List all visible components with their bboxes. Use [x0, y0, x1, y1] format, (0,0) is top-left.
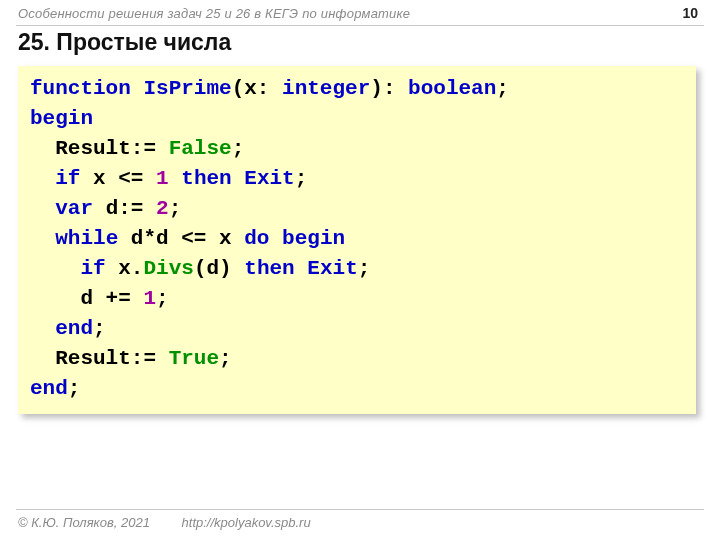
- code-token: if: [80, 257, 105, 280]
- code-token: ;: [219, 347, 232, 370]
- code-token: Exit: [307, 257, 357, 280]
- code-token: 2: [156, 197, 169, 220]
- header-text: Особенности решения задач 25 и 26 в КЕГЭ…: [18, 6, 410, 21]
- code-token: d:=: [93, 197, 156, 220]
- slide: Особенности решения задач 25 и 26 в КЕГЭ…: [0, 0, 720, 540]
- code-token: ;: [496, 77, 509, 100]
- code-token: ;: [295, 167, 308, 190]
- code-token: integer: [282, 77, 370, 100]
- code-token: then: [181, 167, 231, 190]
- code-token: ;: [169, 197, 182, 220]
- page-number: 10: [682, 5, 698, 21]
- code-token: x.: [106, 257, 144, 280]
- code-token: [232, 167, 245, 190]
- code-token: ;: [232, 137, 245, 160]
- code-token: function: [30, 77, 143, 100]
- footer-url: http://kpolyakov.spb.ru: [182, 515, 311, 530]
- code-token: IsPrime: [143, 77, 231, 100]
- code-block: function IsPrime(x: integer): boolean; b…: [18, 66, 696, 414]
- code-token: [30, 227, 55, 250]
- code-token: then: [244, 257, 294, 280]
- code-token: [30, 257, 80, 280]
- code-token: while: [55, 227, 118, 250]
- code-token: ;: [358, 257, 371, 280]
- code-token: Divs: [143, 257, 193, 280]
- code-token: ;: [156, 287, 169, 310]
- code-token: do: [244, 227, 269, 250]
- code-token: d*d <= x: [118, 227, 244, 250]
- code-token: False: [169, 137, 232, 160]
- code-token: if: [55, 167, 80, 190]
- page-title: 25. Простые числа: [18, 29, 231, 56]
- code-token: begin: [30, 107, 93, 130]
- code-token: d +=: [30, 287, 143, 310]
- code-token: end: [55, 317, 93, 340]
- code-token: end: [30, 377, 68, 400]
- code-token: [269, 227, 282, 250]
- code-token: [30, 317, 55, 340]
- code-token: ):: [370, 77, 408, 100]
- code-token: [295, 257, 308, 280]
- code-token: 1: [143, 287, 156, 310]
- code-token: x <=: [80, 167, 156, 190]
- code-token: True: [169, 347, 219, 370]
- footer: © К.Ю. Поляков, 2021 http://kpolyakov.sp…: [18, 515, 311, 530]
- copyright: © К.Ю. Поляков, 2021: [18, 515, 150, 530]
- code-token: ;: [93, 317, 106, 340]
- code-token: Exit: [244, 167, 294, 190]
- code-token: [30, 197, 55, 220]
- code-token: ;: [68, 377, 81, 400]
- code-token: begin: [282, 227, 345, 250]
- divider-top: [16, 25, 704, 26]
- code-token: 1: [156, 167, 169, 190]
- code-token: (x:: [232, 77, 282, 100]
- code-token: (d): [194, 257, 244, 280]
- code-token: [169, 167, 182, 190]
- code-token: [30, 167, 55, 190]
- divider-bottom: [16, 509, 704, 510]
- code-token: var: [55, 197, 93, 220]
- code-token: Result:=: [30, 347, 169, 370]
- code-token: boolean: [408, 77, 496, 100]
- code-token: Result:=: [30, 137, 169, 160]
